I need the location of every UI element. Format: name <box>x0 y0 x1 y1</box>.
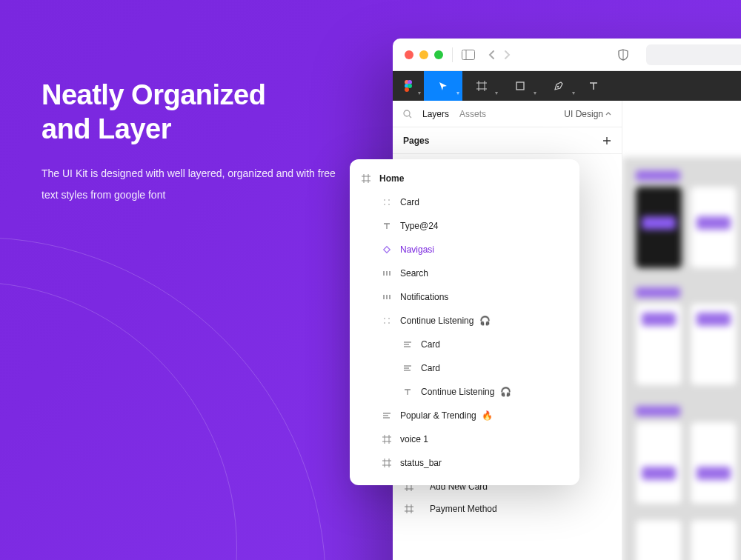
panel-tabs: Layers Assets UI Design <box>393 101 622 127</box>
search-icon[interactable] <box>403 110 412 119</box>
design-canvas[interactable] <box>622 157 741 560</box>
close-icon[interactable] <box>405 50 413 59</box>
layer-label: Continue Listening 🎧 <box>421 387 511 397</box>
svg-line-15 <box>409 116 411 118</box>
project-selector[interactable]: UI Design <box>564 109 611 119</box>
lines-icon <box>381 410 393 421</box>
layer-row[interactable]: Navigasi <box>350 238 579 261</box>
svg-rect-34 <box>384 247 390 253</box>
svg-point-13 <box>557 86 559 87</box>
svg-point-43 <box>384 322 385 324</box>
nav-forward-icon[interactable] <box>503 50 511 60</box>
diamond-icon <box>381 244 393 256</box>
decor-circle <box>0 237 326 560</box>
chevron-up-icon <box>605 111 611 117</box>
layer-label: Payment Method <box>430 504 497 514</box>
layer-row[interactable]: Popular & Trending 🔥 <box>350 404 579 427</box>
layer-label: Notifications <box>400 292 448 302</box>
svg-point-32 <box>384 204 385 205</box>
autol-icon <box>381 291 393 303</box>
nav-back-icon[interactable] <box>488 50 496 60</box>
text-icon <box>402 386 413 398</box>
svg-point-14 <box>404 110 410 116</box>
svg-point-44 <box>388 322 390 324</box>
shield-icon[interactable] <box>618 49 628 61</box>
tab-layers[interactable]: Layers <box>422 109 449 119</box>
svg-rect-0 <box>462 50 475 59</box>
layer-row[interactable]: Search <box>350 261 579 285</box>
layer-row[interactable]: Notifications <box>350 285 579 309</box>
hero-subtitle: The UI Kit is designed with well layered… <box>41 163 353 207</box>
minimize-icon[interactable] <box>419 50 428 59</box>
hero: Neatly Organized and Layer The UI Kit is… <box>41 78 353 207</box>
layer-label: Card <box>400 197 419 207</box>
lines-icon <box>402 362 413 374</box>
layer-row[interactable]: Card <box>350 356 579 380</box>
frame-tool[interactable]: ▾ <box>462 71 501 101</box>
layer-label: Search <box>400 268 428 279</box>
layer-label: Type@24 <box>400 221 439 231</box>
svg-point-41 <box>384 318 385 319</box>
shape-tool[interactable]: ▾ <box>501 71 539 101</box>
svg-rect-12 <box>516 82 524 90</box>
layer-row[interactable]: Payment Method <box>393 498 622 520</box>
frame-icon <box>360 173 372 184</box>
text-tool[interactable] <box>578 71 609 101</box>
menu-tool[interactable]: ▾ <box>393 71 424 101</box>
tab-assets[interactable]: Assets <box>459 109 486 119</box>
dots-icon <box>381 315 393 327</box>
svg-point-31 <box>388 199 390 201</box>
zoom-icon[interactable] <box>434 50 443 59</box>
hero-title: Neatly Organized and Layer <box>41 78 353 147</box>
text-icon <box>381 220 393 232</box>
layer-row[interactable]: status_bar <box>350 451 579 475</box>
layer-label: Continue Listening 🎧 <box>400 316 491 326</box>
frame-icon <box>403 503 415 515</box>
autol-icon <box>381 267 393 279</box>
layer-label: voice 1 <box>400 434 428 444</box>
layer-label: Card <box>421 363 440 373</box>
layer-row[interactable]: Card <box>350 333 579 356</box>
layer-label: status_bar <box>400 458 442 468</box>
layer-label: Card <box>421 339 440 350</box>
move-tool[interactable]: ▾ <box>424 71 462 101</box>
layer-label: Popular & Trending 🔥 <box>400 410 493 421</box>
layer-row[interactable]: Card <box>350 190 579 214</box>
layer-row[interactable]: Continue Listening 🎧 <box>350 309 579 333</box>
layer-row[interactable]: Home <box>350 167 579 190</box>
layers-popover: HomeCardType@24NavigasiSearchNotificatio… <box>350 159 579 485</box>
sidebar-toggle-icon[interactable] <box>462 50 475 60</box>
layer-row[interactable]: Type@24 <box>350 214 579 238</box>
app-toolbar: ▾ ▾ ▾ ▾ ▾ <box>393 71 741 101</box>
address-bar[interactable] <box>646 44 741 65</box>
browser-titlebar <box>393 39 741 71</box>
layer-label: Navigasi <box>400 244 434 255</box>
add-page-icon[interactable] <box>602 136 611 145</box>
svg-point-33 <box>388 204 390 205</box>
layer-row[interactable]: Continue Listening 🎧 <box>350 380 579 404</box>
svg-point-30 <box>384 199 385 201</box>
svg-point-6 <box>408 84 412 88</box>
pen-tool[interactable]: ▾ <box>539 71 578 101</box>
frame-icon <box>381 457 393 469</box>
svg-point-7 <box>405 87 409 92</box>
frame-icon <box>381 433 393 445</box>
layer-label: Home <box>379 173 404 184</box>
pages-section[interactable]: Pages <box>393 127 622 154</box>
window-controls[interactable] <box>405 50 443 59</box>
dots-icon <box>381 196 393 208</box>
lines-icon <box>402 339 413 350</box>
layer-row[interactable]: voice 1 <box>350 427 579 451</box>
svg-point-42 <box>388 318 390 319</box>
